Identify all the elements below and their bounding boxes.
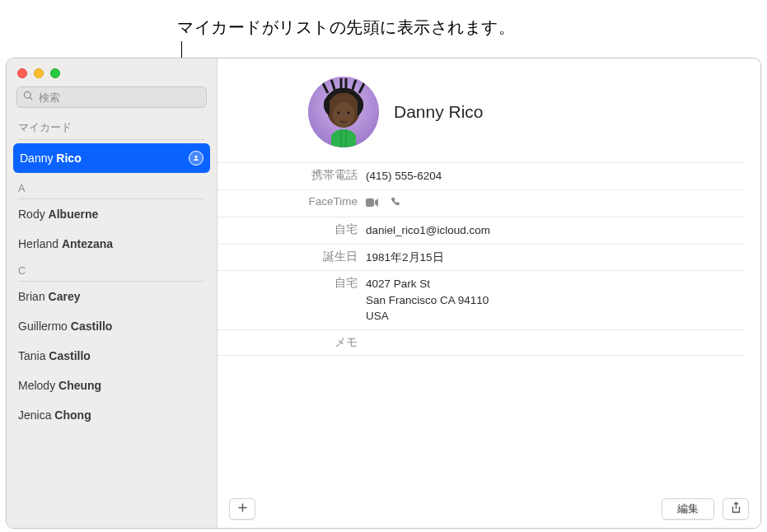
list-item[interactable]: Melody Cheung [7, 371, 217, 400]
list-item[interactable]: Tania Castillo [7, 341, 217, 371]
field-value[interactable]: 4027 Park St San Francisco CA 94110 USA [366, 276, 744, 324]
contact-header: Danny Rico [217, 58, 760, 162]
edit-button[interactable]: 編集 [662, 498, 714, 520]
minimize-window-button[interactable] [34, 68, 44, 78]
close-window-button[interactable] [17, 68, 27, 78]
field-label: 自宅 [217, 222, 366, 239]
list-item[interactable]: Rody Albuerne [7, 199, 217, 229]
list-item[interactable]: Jenica Chong [7, 400, 217, 430]
svg-point-3 [337, 111, 339, 114]
section-header-c: C [7, 259, 217, 281]
me-badge-icon [189, 151, 203, 166]
contact-first-name: Danny [20, 152, 56, 165]
list-item[interactable]: Herland Antezana [7, 229, 217, 259]
field-value[interactable]: (415) 555-6204 [366, 168, 744, 184]
field-mobile: 携帯電話 (415) 555-6204 [217, 162, 744, 189]
field-value: 1981年2月15日 [366, 250, 744, 266]
contact-fields: 携帯電話 (415) 555-6204 FaceTime 自宅 daniel_r… [217, 162, 760, 356]
share-icon [731, 502, 741, 516]
section-header-a: A [7, 176, 217, 198]
window-controls [7, 58, 217, 86]
field-facetime: FaceTime [217, 189, 744, 217]
add-button[interactable] [229, 498, 255, 520]
field-label: FaceTime [217, 195, 366, 212]
svg-point-2 [333, 102, 354, 127]
field-label: 誕生日 [217, 250, 366, 266]
contact-detail-pane: Danny Rico 携帯電話 (415) 555-6204 FaceTime [217, 58, 760, 528]
contact-last-name: Rico [56, 152, 81, 165]
plus-icon [237, 502, 248, 516]
field-home-address: 自宅 4027 Park St San Francisco CA 94110 U… [217, 270, 744, 329]
field-home-email: 自宅 daniel_rico1@icloud.com [217, 217, 744, 244]
contacts-window: マイカード Danny Rico A Rody Albuerne Herland… [6, 58, 761, 529]
list-item[interactable]: Brian Carey [7, 282, 217, 311]
field-birthday: 誕生日 1981年2月15日 [217, 244, 744, 271]
field-label: メモ [217, 335, 366, 350]
facetime-audio-icon[interactable] [391, 196, 401, 212]
field-value[interactable]: daniel_rico1@icloud.com [366, 222, 744, 239]
list-item-my-card[interactable]: Danny Rico [13, 143, 210, 173]
facetime-video-icon[interactable] [366, 196, 379, 212]
field-note: メモ [217, 329, 744, 356]
sidebar: マイカード Danny Rico A Rody Albuerne Herland… [7, 58, 217, 528]
zoom-window-button[interactable] [50, 68, 60, 78]
avatar[interactable] [308, 77, 379, 147]
list-item[interactable]: Guillermo Castillo [7, 311, 217, 341]
search-field[interactable] [16, 86, 207, 108]
svg-rect-5 [366, 198, 374, 207]
callout-text: マイカードがリストの先頭に表示されます。 [177, 16, 515, 39]
field-label: 自宅 [217, 276, 366, 324]
svg-point-4 [347, 111, 349, 114]
field-label: 携帯電話 [217, 168, 366, 184]
contact-name: Danny Rico [394, 102, 484, 122]
search-icon [23, 90, 34, 105]
contacts-list[interactable]: マイカード Danny Rico A Rody Albuerne Herland… [7, 114, 217, 528]
section-header-mycard: マイカード [7, 114, 217, 139]
search-input[interactable] [39, 91, 200, 104]
detail-toolbar: 編集 [217, 490, 760, 528]
field-value[interactable] [366, 335, 744, 350]
share-button[interactable] [723, 498, 749, 520]
